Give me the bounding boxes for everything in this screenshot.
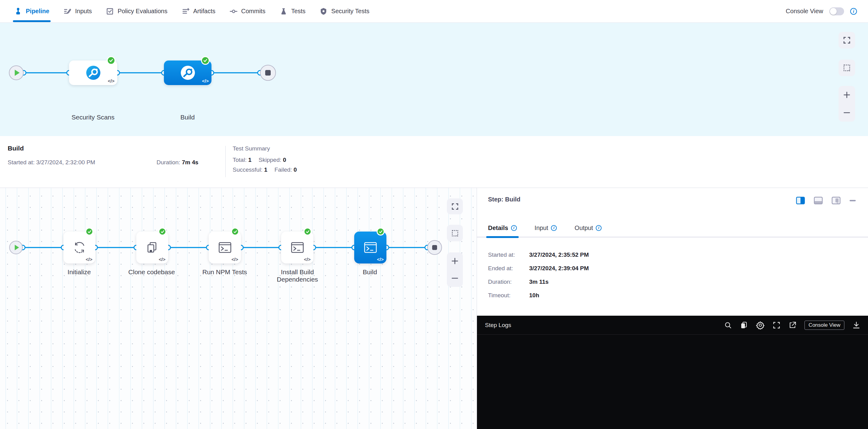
step-label: Initialize — [44, 268, 115, 276]
tab-commits[interactable]: Commits — [229, 0, 266, 23]
copy-icon[interactable] — [740, 321, 748, 329]
tab-inputs[interactable]: Inputs — [64, 0, 92, 23]
console-view-button[interactable]: Console View — [804, 320, 844, 330]
settings-gear-icon[interactable] — [756, 321, 765, 330]
play-icon — [15, 70, 20, 76]
tab-label: Artifacts — [193, 8, 215, 15]
step-end-node[interactable] — [427, 240, 442, 255]
tab-details[interactable]: Details i — [488, 218, 517, 237]
step-label: Install Build Dependencies — [262, 268, 333, 283]
tab-label: Security Tests — [331, 8, 369, 15]
top-nav: Pipeline Inputs Policy Evaluations Artif… — [0, 0, 868, 23]
stop-icon — [432, 245, 437, 250]
failed-value: 0 — [294, 166, 297, 173]
info-icon[interactable]: i — [850, 8, 857, 15]
tab-label: Pipeline — [26, 8, 50, 15]
stage-label: Build — [152, 114, 223, 121]
detail-label: Started at: — [488, 251, 529, 258]
zoom-out-button[interactable] — [843, 109, 850, 116]
tab-tests[interactable]: Tests — [280, 0, 306, 23]
fullscreen-icon[interactable] — [773, 321, 780, 329]
detail-row: Ended at: 3/27/2024, 2:39:04 PM — [488, 262, 589, 275]
step-node-install-build-dependencies[interactable]: </> — [281, 232, 313, 264]
tab-label: Inputs — [75, 8, 92, 15]
test-summary-row-2: Successful: 1 Failed: 0 — [232, 166, 302, 173]
layout-split-right-icon[interactable] — [796, 196, 805, 205]
tab-label: Output — [575, 224, 593, 232]
input-info-icon[interactable]: i — [551, 225, 557, 231]
log-line: 18326info3/27/2024, 2:38:59 PM[18:38:59]… — [477, 337, 868, 348]
test-summary-row-1: Total: 1 Skipped: 0 — [232, 157, 291, 163]
tab-output[interactable]: Output i — [575, 218, 601, 237]
detail-value: 3/27/2024, 2:35:52 PM — [529, 251, 589, 258]
success-badge — [85, 227, 93, 236]
collapse-panel-icon[interactable] — [849, 196, 856, 205]
log-line: 18327info3/27/2024, 2:38:59 PM[18:38:59]… — [477, 348, 868, 360]
log-line: 18332info3/27/2024, 2:38:59 PM[18:38:59]… — [477, 405, 868, 416]
tab-security-tests[interactable]: Security Tests — [319, 0, 369, 23]
details-info-icon[interactable]: i — [511, 225, 517, 231]
tab-policy-evaluations[interactable]: Policy Evaluations — [106, 0, 167, 23]
step-details-table: Started at: 3/27/2024, 2:35:52 PM Ended … — [488, 248, 589, 302]
open-external-icon[interactable] — [788, 321, 797, 329]
layout-floating-panel-icon[interactable] — [831, 196, 841, 205]
terminal-icon — [289, 240, 306, 255]
test-summary-heading: Test Summary — [232, 145, 270, 152]
zoom-in-button[interactable] — [843, 91, 850, 99]
security-shield-icon — [319, 7, 328, 16]
detail-label: Timeout: — [488, 292, 529, 299]
step-execution-canvas[interactable]: </> </> — [0, 188, 477, 429]
marquee-select-button[interactable] — [839, 60, 855, 76]
step-label: Run NPM Tests — [189, 268, 260, 276]
step-node-build[interactable]: </> — [354, 232, 386, 264]
stage-pipeline-canvas[interactable]: </> </> Security Scans Build — [0, 23, 868, 136]
code-glyph: </> — [231, 257, 238, 262]
layout-split-bottom-icon[interactable] — [813, 196, 823, 205]
zoom-in-button[interactable] — [451, 257, 459, 265]
output-info-icon[interactable]: i — [596, 225, 601, 231]
step-node-clone-codebase[interactable]: </> — [136, 232, 168, 264]
step-node-run-npm-tests[interactable]: </> — [209, 232, 241, 264]
log-lines[interactable]: 18326info3/27/2024, 2:38:59 PM[18:38:59]… — [477, 335, 868, 427]
step-logs-title: Step Logs — [485, 322, 512, 329]
step-panel-tabs: Details i Input i Output i — [477, 218, 868, 237]
failed-label: Failed: — [274, 166, 292, 173]
console-view-toggle[interactable] — [829, 7, 844, 16]
success-badge — [201, 56, 210, 65]
clone-copy-icon — [144, 240, 160, 255]
total-value: 1 — [248, 157, 252, 163]
marquee-select-button[interactable] — [447, 225, 463, 241]
success-badge — [158, 227, 166, 236]
detail-value: 3m 11s — [529, 278, 549, 285]
tests-flask-icon — [280, 7, 288, 16]
detail-row: Started at: 3/27/2024, 2:35:52 PM — [488, 248, 589, 262]
tab-artifacts[interactable]: Artifacts — [182, 0, 215, 23]
commits-icon — [229, 7, 238, 16]
policy-check-icon — [106, 7, 114, 16]
log-line: 18333info3/27/2024, 2:38:59 PM[18:38:59]… — [477, 416, 868, 427]
stage-end-node[interactable] — [260, 65, 276, 81]
fullscreen-button[interactable] — [447, 198, 463, 214]
security-scan-icon-white — [180, 65, 195, 81]
tab-label: Commits — [241, 8, 266, 15]
stage-start-node[interactable] — [9, 65, 24, 80]
summary-title: Build — [8, 145, 24, 152]
success-badge — [304, 227, 312, 236]
step-label: Clone codebase — [116, 268, 187, 276]
detail-label: Ended at: — [488, 265, 529, 272]
step-start-node[interactable] — [9, 241, 23, 254]
code-glyph: </> — [202, 78, 209, 84]
step-logs-header: Step Logs — [477, 316, 868, 335]
step-node-initialize[interactable]: </> — [64, 232, 95, 264]
search-icon[interactable] — [724, 321, 732, 329]
stage-connectors — [0, 23, 868, 136]
total-label: Total: — [232, 157, 246, 163]
fullscreen-button[interactable] — [839, 32, 855, 49]
download-icon[interactable] — [852, 321, 860, 329]
tab-input[interactable]: Input i — [535, 218, 557, 237]
step-detail-panel: Step: Build Details i Input i — [477, 188, 868, 429]
stop-icon — [265, 70, 271, 75]
build-summary: Build Started at: 3/27/2024, 2:32:00 PM … — [0, 136, 868, 188]
zoom-out-button[interactable] — [451, 275, 459, 282]
tab-pipeline[interactable]: Pipeline — [14, 0, 50, 23]
